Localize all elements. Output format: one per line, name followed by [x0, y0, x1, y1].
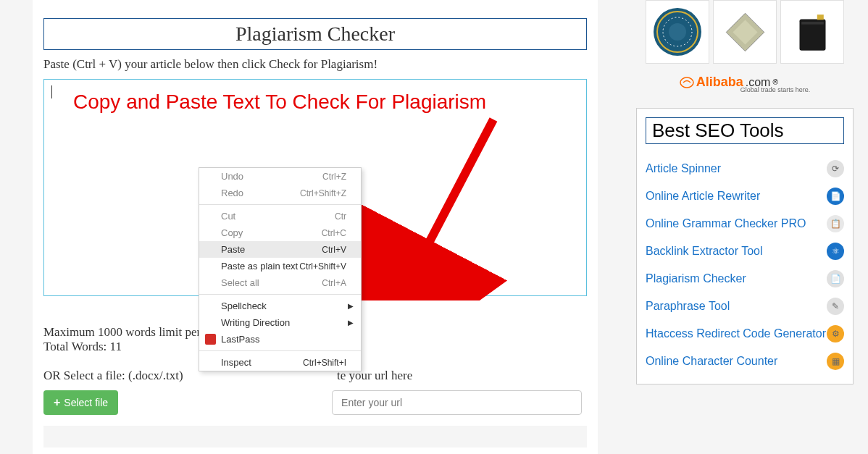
tool-icon: 📄: [827, 188, 844, 205]
menu-item-writing-direction[interactable]: Writing Direction▶: [199, 314, 361, 331]
seo-tool-article-spinner[interactable]: Article Spinner⟳: [646, 155, 844, 182]
bottom-bar: [43, 426, 587, 447]
svg-point-11: [680, 77, 693, 88]
menu-divider: [199, 294, 361, 295]
menu-label: Spellcheck: [221, 300, 267, 311]
select-file-button[interactable]: + Select file: [43, 390, 118, 415]
menu-item-copy: CopyCtrl+C: [199, 224, 361, 241]
menu-divider: [199, 204, 361, 205]
seo-tool-paraphrase-tool[interactable]: Paraphrase Tool✎: [646, 293, 844, 320]
menu-shortcut: Ctrl+C: [322, 228, 346, 238]
menu-label: Paste: [221, 244, 245, 255]
menu-label: Copy: [221, 227, 243, 238]
alibaba-tagline: Global trade starts here.: [740, 87, 811, 93]
lastpass-icon: [205, 334, 216, 345]
menu-label: Inspect: [221, 357, 251, 368]
menu-label: Paste as plain text: [221, 261, 298, 272]
menu-item-paste[interactable]: PasteCtrl+V: [199, 241, 361, 258]
tool-icon: 📋: [827, 215, 844, 232]
seo-tool-backlink-extractor-tool[interactable]: Backlink Extractor Tool⚛: [646, 237, 844, 265]
tool-name: Paraphrase Tool: [646, 300, 730, 313]
menu-item-undo: UndoCtrl+Z: [199, 168, 361, 185]
menu-divider: [199, 350, 361, 351]
select-file-label: Select file: [64, 397, 108, 408]
tool-name: Plagiarism Checker: [646, 272, 746, 285]
menu-shortcut: Ctrl+A: [322, 278, 346, 288]
tool-icon: 📄: [827, 270, 844, 287]
tool-name: Online Article Rewriter: [646, 190, 760, 203]
sidebar: Alibaba.com® Global trade starts here. B…: [636, 0, 854, 384]
file-select-label: OR Select a file: (.docx/.txt): [43, 369, 183, 382]
tool-name: Article Spinner: [646, 162, 721, 175]
menu-label: Undo: [221, 171, 243, 182]
tool-icon: ✎: [827, 298, 844, 315]
menu-shortcut: Ctrl+Shift+Z: [300, 188, 346, 198]
title-box: Plagiarism Checker: [43, 18, 587, 50]
context-menu: UndoCtrl+ZRedoCtrl+Shift+ZCutCtrCopyCtrl…: [199, 167, 362, 371]
menu-shortcut: Ctrl+Z: [322, 172, 346, 182]
menu-label: Writing Direction: [221, 317, 290, 328]
tool-name: Backlink Extractor Tool: [646, 245, 763, 258]
menu-item-lastpass[interactable]: LastPass: [199, 331, 361, 348]
url-input[interactable]: [332, 390, 582, 415]
product-thumb-2[interactable]: [713, 0, 777, 64]
seo-title: Best SEO Tools: [646, 117, 844, 144]
menu-item-inspect[interactable]: InspectCtrl+Shift+I: [199, 354, 361, 371]
seo-tool-htaccess-redirect-code-generator[interactable]: Htaccess Redirect Code Generator⚙: [646, 320, 844, 348]
tool-name: Htaccess Redirect Code Generator: [646, 327, 826, 340]
seo-tool-plagiarism-checker[interactable]: Plagiarism Checker📄: [646, 265, 844, 293]
menu-label: Select all: [221, 277, 259, 288]
menu-shortcut: Ctr: [335, 211, 346, 222]
menu-item-redo: RedoCtrl+Shift+Z: [199, 185, 361, 201]
seo-tools-box: Best SEO Tools Article Spinner⟳Online Ar…: [636, 108, 854, 384]
menu-shortcut: Ctrl+Shift+I: [303, 358, 346, 368]
tool-icon: ⚙: [827, 325, 844, 342]
product-thumb-1[interactable]: [646, 0, 709, 64]
svg-rect-10: [801, 22, 824, 25]
seo-tool-online-article-rewriter[interactable]: Online Article Rewriter📄: [646, 182, 844, 210]
alibaba-logo[interactable]: Alibaba.com® Global trade starts here.: [636, 71, 854, 93]
menu-shortcut: Ctrl+Shift+V: [299, 261, 346, 272]
product-thumbnails: [636, 0, 854, 64]
menu-item-paste-as-plain-text[interactable]: Paste as plain textCtrl+Shift+V: [199, 258, 361, 274]
plus-icon: +: [54, 396, 60, 409]
tool-icon: ⟳: [827, 160, 844, 177]
instruction-text: Paste (Ctrl + V) your article below then…: [43, 57, 587, 72]
tool-name: Online Grammar Checker PRO: [646, 217, 806, 230]
menu-shortcut: Ctrl+V: [322, 245, 346, 255]
svg-rect-9: [817, 14, 823, 20]
menu-label: LastPass: [221, 334, 259, 345]
menu-item-select-all: Select allCtrl+A: [199, 274, 361, 291]
submenu-arrow-icon: ▶: [348, 302, 354, 310]
menu-item-cut: CutCtr: [199, 208, 361, 224]
tool-icon: ▦: [827, 353, 844, 370]
seo-tool-online-character-counter[interactable]: Online Character Counter▦: [646, 348, 844, 375]
menu-item-spellcheck[interactable]: Spellcheck▶: [199, 298, 361, 314]
submenu-arrow-icon: ▶: [348, 319, 354, 327]
menu-label: Cut: [221, 211, 235, 222]
svg-point-5: [669, 23, 686, 41]
text-cursor: [51, 85, 52, 98]
page-title: Plagiarism Checker: [44, 22, 586, 46]
tool-icon: ⚛: [827, 243, 844, 260]
seo-tool-online-grammar-checker-pro[interactable]: Online Grammar Checker PRO📋: [646, 210, 844, 237]
tool-name: Online Character Counter: [646, 355, 777, 368]
product-thumb-3[interactable]: [780, 0, 844, 64]
menu-label: Redo: [221, 188, 243, 198]
alibaba-brand: Alibaba: [696, 75, 743, 90]
